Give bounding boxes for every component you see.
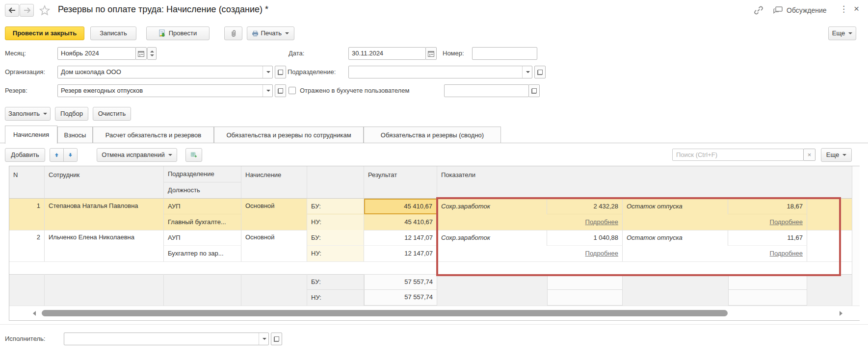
form-more-button[interactable]: Еще: [828, 26, 856, 40]
reflected-checkbox[interactable]: [289, 87, 296, 94]
open-icon: [278, 88, 283, 94]
search-placeholder: Поиск (Ctrl+F): [676, 151, 717, 158]
tab-nachisleniya[interactable]: Начисления: [5, 126, 57, 144]
row2-indicator2-more[interactable]: Подробнее: [728, 246, 807, 261]
col-header-indicators[interactable]: Показатели: [437, 166, 852, 199]
more-link[interactable]: Подробнее: [770, 218, 803, 226]
scroll-right-icon[interactable]: [840, 311, 842, 316]
row2-nu-result[interactable]: 12 147,07: [364, 246, 437, 261]
hscroll-track[interactable]: [9, 306, 860, 320]
post-button[interactable]: Провести: [146, 26, 210, 40]
reflected-user-open-button[interactable]: [528, 84, 540, 97]
department-combo[interactable]: [348, 66, 532, 78]
forward-button[interactable]: [20, 4, 34, 17]
row1-employee[interactable]: Степанова Наталья Павловна: [45, 199, 164, 230]
department-label: Подразделение:: [288, 66, 336, 78]
tab-raschet-obyazatelstv[interactable]: Расчет обязательств и резервов: [93, 127, 214, 143]
table-plus-icon: [191, 151, 197, 159]
table-empty-area[interactable]: [9, 261, 852, 274]
search-input[interactable]: Поиск (Ctrl+F): [672, 149, 804, 161]
executor-open-button[interactable]: [271, 333, 282, 345]
row1-department[interactable]: АУП: [164, 199, 241, 214]
attachments-button[interactable]: [224, 26, 242, 40]
more-link[interactable]: Подробнее: [585, 250, 618, 257]
department-open-button[interactable]: [534, 66, 546, 78]
add-column-button[interactable]: [185, 148, 202, 162]
row1-indicator2-value[interactable]: 18,67: [728, 199, 807, 214]
more-link[interactable]: Подробнее: [585, 218, 618, 226]
close-icon[interactable]: ×: [854, 3, 859, 14]
save-button[interactable]: Записать: [90, 26, 136, 40]
tab-vznosy[interactable]: Взносы: [57, 127, 93, 143]
post-and-close-button[interactable]: Провести и закрыть: [5, 26, 84, 40]
row1-indicator1-value[interactable]: 2 432,28: [547, 199, 623, 214]
col-header-result[interactable]: Результат: [364, 166, 437, 199]
row2-position[interactable]: Бухгалтер по зар...: [164, 246, 241, 261]
col-header-department[interactable]: Подразделение: [164, 166, 241, 182]
clear-button[interactable]: Очистить: [93, 107, 131, 121]
undo-corrections-button[interactable]: Отмена исправлений: [97, 148, 177, 162]
row2-bu-result[interactable]: 12 147,07: [364, 230, 437, 246]
col-header-position[interactable]: Должность: [164, 182, 241, 199]
row2-employee[interactable]: Ильченко Елена Николаевна: [45, 230, 164, 261]
reserve-open-button[interactable]: [275, 84, 286, 97]
row2-n[interactable]: 2: [9, 230, 45, 261]
discussion-button[interactable]: Обсуждение: [773, 5, 827, 15]
executor-combo[interactable]: [64, 333, 269, 345]
calendar-icon: [428, 51, 434, 57]
get-link-icon[interactable]: [753, 5, 764, 17]
row1-indicator1-more[interactable]: Подробнее: [547, 214, 623, 230]
col-header-n[interactable]: N: [9, 166, 45, 199]
favorite-star-icon[interactable]: [39, 5, 50, 17]
organization-label: Организация:: [5, 66, 45, 78]
search-clear-button[interactable]: ×: [803, 149, 815, 161]
row2-nu-label: НУ:: [307, 246, 364, 261]
totals-indicator2-top: [728, 274, 807, 290]
pick-button[interactable]: Подбор: [55, 107, 88, 121]
more-link[interactable]: Подробнее: [770, 250, 803, 257]
row1-indicator2-more[interactable]: Подробнее: [728, 214, 807, 230]
row1-bu-result-selected-cell[interactable]: 45 410,67: [364, 199, 437, 214]
organization-combo[interactable]: Дом шоколада ООО: [57, 66, 273, 78]
row2-indicator1-more[interactable]: Подробнее: [547, 246, 623, 261]
row2-indicator1-value[interactable]: 1 040,88: [547, 230, 623, 246]
row2-accrual[interactable]: Основной: [241, 230, 307, 261]
department-dropdown-icon[interactable]: [522, 66, 532, 78]
reflected-user-input[interactable]: [444, 84, 529, 97]
organization-dropdown-icon[interactable]: [263, 66, 272, 78]
add-row-button[interactable]: Добавить: [5, 148, 45, 162]
reserve-combo[interactable]: Резерв ежегодных отпусков: [57, 84, 273, 97]
executor-dropdown-icon[interactable]: [259, 333, 268, 345]
kebab-menu-icon[interactable]: ⋮: [840, 4, 848, 14]
print-button[interactable]: Печать: [247, 26, 294, 40]
date-calendar-button[interactable]: [425, 47, 437, 60]
month-spinner[interactable]: [147, 47, 157, 60]
col-header-bu-nu[interactable]: [307, 166, 364, 199]
number-input[interactable]: [472, 47, 537, 60]
grid-more-button[interactable]: Еще: [821, 148, 852, 162]
row2-indicator2-value[interactable]: 11,67: [728, 230, 807, 246]
col-header-employee[interactable]: Сотрудник: [45, 166, 164, 199]
organization-open-button[interactable]: [275, 66, 286, 78]
move-up-button[interactable]: [50, 148, 64, 162]
row1-nu-result[interactable]: 45 410,67: [364, 214, 437, 230]
scroll-left-icon[interactable]: [33, 311, 36, 316]
row1-position[interactable]: Главный бухгалте...: [164, 214, 241, 230]
row1-nu-label: НУ:: [307, 214, 364, 230]
date-input[interactable]: 30.11.2024: [348, 47, 426, 60]
month-input[interactable]: Ноябрь 2024: [57, 47, 136, 60]
hscroll-thumb[interactable]: [42, 310, 728, 316]
month-calendar-button[interactable]: [135, 47, 147, 60]
reserve-dropdown-icon[interactable]: [263, 85, 272, 97]
row1-accrual[interactable]: Основной: [241, 199, 307, 230]
vertical-scrollbar[interactable]: [852, 166, 860, 306]
back-button[interactable]: [5, 4, 19, 17]
row2-department[interactable]: АУП: [164, 230, 241, 246]
move-down-button[interactable]: [63, 148, 78, 162]
tab-obyazatelstva-po-sotrudnikam[interactable]: Обязательства и резервы по сотрудникам: [214, 127, 364, 143]
row1-n[interactable]: 1: [9, 199, 45, 230]
fill-button-label: Заполнить: [8, 107, 40, 120]
tab-obyazatelstva-svodno[interactable]: Обязательства и резервы (сводно): [364, 127, 501, 143]
fill-button[interactable]: Заполнить: [5, 107, 51, 121]
col-header-accrual[interactable]: Начисление: [241, 166, 307, 199]
